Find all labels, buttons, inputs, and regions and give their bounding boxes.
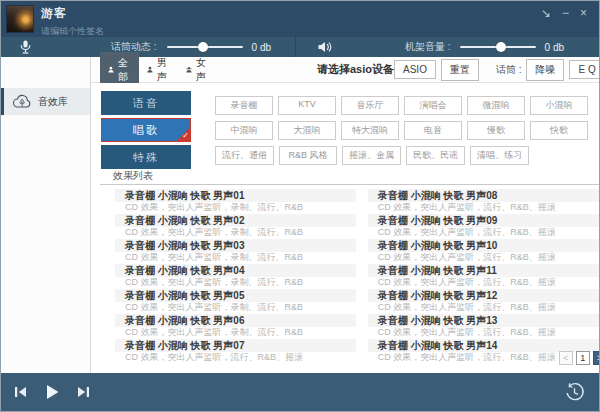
titlebar: 游客 请编辑个性签名 ↘ − × (1, 1, 599, 37)
mode-button-singing[interactable]: 唱歌✓ (101, 118, 191, 142)
mode-button-voice[interactable]: 语音 (101, 91, 191, 115)
category-button[interactable]: 快歌 (530, 121, 588, 140)
reset-button[interactable]: 重置 (441, 59, 479, 81)
sidebar-item-sound-library[interactable]: 音效库 (1, 88, 90, 115)
page-prev-button[interactable]: < (559, 351, 573, 365)
effect-desc: CD 效果，突出人声监听，录制、流行、R&B (115, 327, 356, 338)
asio-device-select[interactable]: 请选择asio设备 (317, 62, 394, 77)
effect-desc: CD 效果，突出人声监听，流行、R&B、摇滚 (368, 227, 600, 238)
effect-title[interactable]: 录音棚 小混响 快歌 男声09 (368, 214, 600, 227)
page-next-button[interactable]: > (593, 351, 600, 365)
effects-list: 录音棚 小混响 快歌 男声01CD 效果，突出人声监听，录制、流行、R&B录音棚… (115, 189, 600, 364)
minimize-to-tray-icon[interactable]: ↘ (541, 7, 551, 21)
category-button[interactable]: 电音 (404, 121, 462, 140)
male-icon (147, 65, 153, 74)
effect-title[interactable]: 录音棚 小混响 快歌 男声02 (115, 214, 356, 227)
effect-list-item[interactable]: 录音棚 小混响 快歌 男声10CD 效果，突出人声监听，流行、R&B、摇滚 (368, 239, 600, 263)
minimize-icon[interactable]: − (562, 7, 569, 21)
category-button[interactable]: 大混响 (278, 121, 336, 140)
previous-track-icon[interactable] (14, 386, 27, 398)
divider (100, 184, 600, 185)
effect-title[interactable]: 录音棚 小混响 快歌 男声11 (368, 264, 600, 277)
effect-desc: CD 效果，突出人声监听，流行、R&B、摇滚 (368, 327, 600, 338)
category-button[interactable]: 中混响 (215, 121, 273, 140)
tab-label: 全部 (118, 56, 131, 84)
sidebar: 音效库 (1, 57, 91, 373)
effect-title[interactable]: 录音棚 小混响 快歌 男声08 (368, 189, 600, 202)
close-icon[interactable]: × (580, 7, 587, 21)
effect-title[interactable]: 录音棚 小混响 快歌 男声03 (115, 239, 356, 252)
app-window: 游客 请编辑个性签名 ↘ − × 话筒动态 : 0 db 机架音量 : (0, 0, 600, 412)
user-info: 游客 请编辑个性签名 (41, 5, 541, 37)
category-button[interactable]: R&B 风格 (279, 146, 337, 165)
effect-list-item[interactable]: 录音棚 小混响 快歌 男声04CD 效果，突出人声监听，录制、流行、R&B (115, 264, 356, 288)
effect-title[interactable]: 录音棚 小混响 快歌 男声06 (115, 314, 356, 327)
effect-list-item[interactable]: 录音棚 小混响 快歌 男声12CD 效果，突出人声监听，流行、R&B、摇滚 (368, 289, 600, 313)
speaker-icon (318, 41, 332, 53)
effect-list-item[interactable]: 录音棚 小混响 快歌 男声03CD 效果，突出人声监听，录制、流行、R&B (115, 239, 356, 263)
cloud-mic-icon (12, 94, 32, 109)
effects-col-left: 录音棚 小混响 快歌 男声01CD 效果，突出人声监听，录制、流行、R&B录音棚… (115, 189, 356, 364)
effect-title[interactable]: 录音棚 小混响 快歌 男声07 (115, 339, 356, 352)
denoise-button[interactable]: 降噪 (526, 59, 564, 81)
mic-slider-handle[interactable] (198, 42, 208, 52)
effect-list-item[interactable]: 录音棚 小混响 快歌 男声08CD 效果，突出人声监听，流行、R&B、摇滚 (368, 189, 600, 213)
category-button[interactable]: 特大混响 (341, 121, 399, 140)
category-button[interactable]: KTV (278, 96, 336, 115)
next-track-icon[interactable] (77, 386, 90, 398)
main-panel: 全部 男声 女声 请选择asio设备 ASIO 重置 话筒 : 降噪 E Q (91, 57, 600, 373)
username: 游客 (41, 5, 541, 22)
rack-volume-slider[interactable] (460, 41, 536, 53)
category-button[interactable]: 清唱、练习 (470, 146, 529, 165)
category-button[interactable]: 摇滚、金属 (342, 146, 401, 165)
rack-slider-handle[interactable] (496, 42, 506, 52)
category-button[interactable]: 民歌、民谣 (406, 146, 465, 165)
body-area: 音效库 全部 男声 女声 请选择asio设备 ASIO (1, 57, 599, 373)
effect-list-item[interactable]: 录音棚 小混响 快歌 男声05CD 效果，突出人声监听，录制、流行、R&B (115, 289, 356, 313)
eq-button[interactable]: E Q (569, 60, 600, 79)
category-button[interactable]: 慢歌 (467, 121, 525, 140)
rack-volume-label: 机架音量 : (405, 40, 451, 54)
microphone-icon (20, 40, 31, 54)
tab-row: 全部 男声 女声 请选择asio设备 ASIO 重置 话筒 : 降噪 E Q (91, 57, 600, 83)
effect-list-item[interactable]: 录音棚 小混响 快歌 男声07CD 效果，突出人声监听，流行、R&B、摇滚 (115, 339, 356, 363)
effect-title[interactable]: 录音棚 小混响 快歌 男声05 (115, 289, 356, 302)
effect-list-item[interactable]: 录音棚 小混响 快歌 男声09CD 效果，突出人声监听，流行、R&B、摇滚 (368, 214, 600, 238)
category-button[interactable]: 音乐厅 (341, 96, 399, 115)
effect-desc: CD 效果，突出人声监听，流行、R&B、摇滚 (368, 252, 600, 263)
effect-list-item[interactable]: 录音棚 小混响 快歌 男声06CD 效果，突出人声监听，录制、流行、R&B (115, 314, 356, 338)
effect-title[interactable]: 录音棚 小混响 快歌 男声01 (115, 189, 356, 202)
effect-desc: CD 效果，突出人声监听，录制、流行、R&B (115, 202, 356, 213)
tab-label: 女声 (196, 56, 209, 84)
content-area: 语音 唱歌✓ 特殊 录音棚KTV音乐厅演唱会微混响小混响中混响大混响特大混响电音… (91, 83, 600, 373)
effect-title[interactable]: 录音棚 小混响 快歌 男声13 (368, 314, 600, 327)
rack-volume-value: 0 db (545, 42, 564, 53)
control-bar: 话筒动态 : 0 db 机架音量 : 0 db (1, 37, 599, 57)
effects-col-right: 录音棚 小混响 快歌 男声08CD 效果，突出人声监听，流行、R&B、摇滚录音棚… (368, 189, 600, 364)
effect-desc: CD 效果，突出人声监听，录制、流行、R&B (115, 302, 356, 313)
playback-bar (1, 373, 599, 411)
mode-button-label: 唱歌 (133, 124, 159, 136)
category-button[interactable]: 录音棚 (215, 96, 273, 115)
category-button[interactable]: 流行、通俗 (215, 146, 274, 165)
mic-dynamics-value: 0 db (252, 42, 271, 53)
mic-label: 话筒 : (496, 63, 522, 77)
effect-title[interactable]: 录音棚 小混响 快歌 男声12 (368, 289, 600, 302)
category-button[interactable]: 小混响 (530, 96, 588, 115)
category-button[interactable]: 演唱会 (404, 96, 462, 115)
effect-title[interactable]: 录音棚 小混响 快歌 男声04 (115, 264, 356, 277)
play-history-icon[interactable] (564, 382, 585, 403)
page-number[interactable]: 1 (576, 351, 590, 365)
female-icon (186, 65, 192, 74)
effect-list-item[interactable]: 录音棚 小混响 快歌 男声02CD 效果，突出人声监听，录制、流行、R&B (115, 214, 356, 238)
effect-list-item[interactable]: 录音棚 小混响 快歌 男声13CD 效果，突出人声监听，流行、R&B、摇滚 (368, 314, 600, 338)
play-icon[interactable] (44, 384, 60, 400)
asio-button[interactable]: ASIO (394, 60, 436, 79)
mode-button-special[interactable]: 特殊 (101, 145, 191, 169)
avatar[interactable] (6, 5, 34, 33)
effect-list-item[interactable]: 录音棚 小混响 快歌 男声11CD 效果，突出人声监听，流行、R&B、摇滚 (368, 264, 600, 288)
effect-list-item[interactable]: 录音棚 小混响 快歌 男声01CD 效果，突出人声监听，录制、流行、R&B (115, 189, 356, 213)
effect-title[interactable]: 录音棚 小混响 快歌 男声10 (368, 239, 600, 252)
category-button[interactable]: 微混响 (467, 96, 525, 115)
window-controls: ↘ − × (541, 7, 587, 21)
